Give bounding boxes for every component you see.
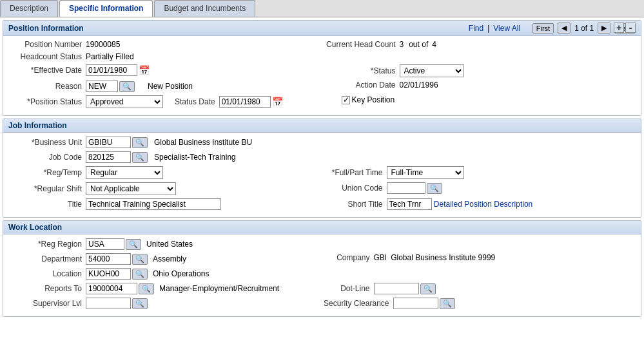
position-information-section: Position Information Find | View All Fir… [3, 20, 641, 116]
company-desc: Global Business Institute 9999 [391, 253, 495, 262]
reason-lookup-button[interactable]: 🔍 [119, 81, 135, 92]
supervisor-lvl-label: Supervisor Lvl [8, 299, 86, 308]
business-unit-label: *Business Unit [8, 138, 86, 147]
supervisor-lvl-lookup-button[interactable]: 🔍 [132, 298, 148, 309]
headcount-status-value: Partially Filled [86, 52, 134, 61]
tab-budget-and-incumbents[interactable]: Budget and Incumbents [154, 0, 255, 17]
status-label: *Status [322, 66, 400, 75]
reg-region-desc: United States [146, 240, 193, 249]
regular-shift-select[interactable]: Not Applicable Day Evening Night Rotatin… [86, 182, 176, 195]
prev-button[interactable]: ◀ [558, 23, 571, 33]
reports-to-lookup-button[interactable]: 🔍 [139, 283, 154, 294]
short-title-label: Short Title [322, 200, 387, 209]
current-headcount-value: 3 [400, 40, 404, 49]
work-location-section: Work Location *Reg Region 🔍 United State… [3, 220, 641, 317]
business-unit-lookup-button[interactable]: 🔍 [132, 137, 148, 148]
union-code-label: Union Code [322, 184, 387, 193]
dot-line-label: Dot-Line [322, 284, 374, 293]
reports-to-input[interactable] [86, 283, 137, 294]
action-date-value: 02/01/1996 [400, 81, 438, 90]
company-label: Company [322, 253, 374, 262]
location-label: Location [8, 269, 86, 278]
regular-shift-label: *Regular Shift [8, 184, 86, 193]
reg-temp-label: *Reg/Temp [8, 168, 86, 177]
headcount-status-label: Headcount Status [8, 52, 86, 61]
company-value: GBI [374, 253, 387, 262]
first-button[interactable]: First [532, 23, 554, 33]
out-of-value: 4 [432, 40, 436, 49]
position-info-title: Position Information [8, 24, 84, 33]
new-position-label: New Position [148, 82, 193, 91]
security-clearance-input[interactable] [393, 298, 438, 309]
reg-region-label: *Reg Region [8, 240, 86, 249]
find-link[interactable]: Find [469, 24, 483, 33]
job-code-label: Job Code [8, 153, 86, 162]
status-date-input[interactable] [219, 96, 271, 108]
reason-label: Reason [8, 82, 86, 91]
security-clearance-label: Security Clearance [322, 299, 393, 308]
nav-counter: 1 of 1 [574, 24, 594, 33]
department-desc: Assembly [153, 254, 186, 263]
out-of-label: out of [409, 40, 428, 49]
business-unit-desc: Global Business Institute BU [154, 138, 252, 147]
tab-specific-information[interactable]: Specific Information [59, 0, 153, 17]
effective-date-input[interactable] [86, 64, 137, 76]
location-desc: Ohio Operations [153, 269, 209, 278]
full-part-time-label: *Full/Part Time [322, 168, 387, 177]
next-button[interactable]: ▶ [598, 23, 610, 33]
view-all-link[interactable]: View All [493, 24, 520, 33]
add-row-button[interactable]: + [614, 23, 624, 33]
dot-line-input[interactable] [374, 283, 419, 294]
job-information-section: Job Information *Business Unit 🔍 Global … [3, 119, 641, 218]
work-location-header: Work Location [3, 221, 641, 234]
tab-description[interactable]: Description [0, 0, 58, 17]
job-code-input[interactable] [86, 151, 131, 163]
job-code-desc: Specialist-Tech Training [154, 153, 236, 162]
key-position-checkbox[interactable] [342, 96, 350, 104]
department-lookup-button[interactable]: 🔍 [132, 254, 148, 265]
dot-line-lookup-button[interactable]: 🔍 [420, 283, 436, 294]
position-info-header: Position Information Find | View All Fir… [3, 21, 641, 36]
job-code-lookup-button[interactable]: 🔍 [132, 152, 148, 163]
reports-to-desc: Manager-Employment/Recruitment [159, 284, 279, 293]
reg-temp-select[interactable]: Regular Temporary [86, 166, 163, 179]
key-position-label: Key Position [352, 95, 395, 104]
reports-to-label: Reports To [8, 284, 86, 293]
reg-region-lookup-button[interactable]: 🔍 [126, 239, 141, 250]
department-input[interactable] [86, 253, 131, 265]
department-label: Department [8, 254, 86, 263]
security-clearance-lookup-button[interactable]: 🔍 [440, 298, 455, 309]
position-status-label: *Position Status [8, 97, 86, 106]
remove-row-button[interactable]: - [625, 23, 636, 33]
title-label: Title [8, 200, 86, 209]
title-input[interactable] [86, 198, 221, 210]
status-date-calendar-button[interactable]: 📅 [271, 97, 284, 107]
effective-date-label: *Effective Date [8, 66, 86, 75]
current-headcount-label: Current Head Count [322, 40, 400, 49]
union-code-input[interactable] [387, 182, 425, 194]
reg-region-input[interactable] [86, 238, 124, 250]
action-date-label: Action Date [322, 81, 400, 90]
position-number-value: 19000085 [86, 40, 120, 49]
full-part-time-select[interactable]: Full-Time Part-Time [387, 166, 464, 179]
position-number-label: Position Number [8, 40, 86, 49]
effective-date-calendar-button[interactable]: 📅 [137, 65, 151, 75]
location-input[interactable] [86, 268, 131, 280]
reason-input[interactable] [86, 81, 118, 92]
location-lookup-button[interactable]: 🔍 [132, 269, 148, 280]
status-date-label: Status Date [168, 97, 219, 106]
status-select[interactable]: Active Inactive [400, 64, 464, 77]
supervisor-lvl-input[interactable] [86, 298, 131, 309]
union-code-lookup-button[interactable]: 🔍 [427, 183, 442, 194]
job-info-header: Job Information [3, 119, 641, 133]
position-status-select[interactable]: Approved Proposed Frozen [86, 95, 163, 108]
detailed-position-desc-link[interactable]: Detailed Position Description [434, 200, 532, 209]
short-title-input[interactable] [387, 198, 432, 210]
business-unit-input[interactable] [86, 137, 131, 148]
